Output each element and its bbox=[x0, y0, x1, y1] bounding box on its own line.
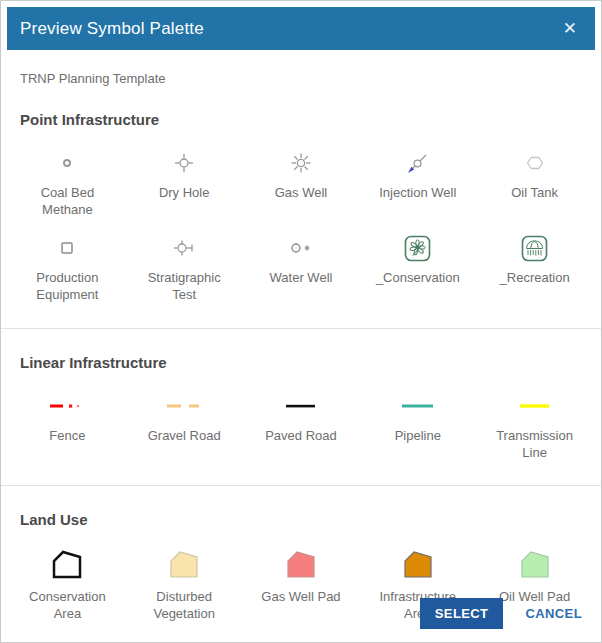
conservation-point-icon bbox=[404, 230, 431, 266]
palette-item-disturbed-vegetation: Disturbed Vegetation bbox=[126, 545, 243, 622]
palette-item-label: Coal Bed Methane bbox=[18, 184, 116, 218]
palette-item-label: Injection Well bbox=[379, 184, 456, 201]
palette-item-label: _Conservation bbox=[376, 269, 460, 286]
section-heading-linear-infrastructure: Linear Infrastructure bbox=[20, 354, 582, 371]
palette-item-dry-hole: Dry Hole bbox=[126, 145, 243, 218]
palette-item-label: Pipeline bbox=[395, 427, 441, 444]
paved-road-line-icon bbox=[286, 388, 316, 424]
linear-infrastructure-row: Fence Gravel Road Paved Road bbox=[1, 388, 601, 461]
transmission-line-icon bbox=[520, 388, 550, 424]
palette-item-label: Conservation Area bbox=[18, 588, 116, 622]
dialog-footer: SELECT CANCEL bbox=[420, 598, 584, 629]
section-divider bbox=[1, 485, 601, 486]
palette-item-label: Gravel Road bbox=[148, 427, 221, 444]
palette-item-gravel-road: Gravel Road bbox=[126, 388, 243, 461]
gas-well-icon bbox=[289, 145, 313, 181]
disturbed-vegetation-polygon-icon bbox=[167, 545, 201, 585]
dialog-titlebar: Preview Symbol Palette ✕ bbox=[7, 7, 595, 50]
palette-item-recreation-point: _Recreation bbox=[476, 230, 593, 303]
oil-well-pad-polygon-icon bbox=[518, 545, 552, 585]
dry-hole-icon bbox=[172, 145, 196, 181]
palette-item-stratigraphic-test: Stratigraphic Test bbox=[126, 230, 243, 303]
palette-item-label: Disturbed Vegetation bbox=[135, 588, 233, 622]
palette-item-oil-tank: Oil Tank bbox=[476, 145, 593, 218]
close-icon[interactable]: ✕ bbox=[559, 18, 581, 39]
palette-item-label: Water Well bbox=[270, 269, 333, 286]
point-infrastructure-row-2: Production Equipment Stratigraphic Test bbox=[1, 230, 601, 303]
gas-well-pad-polygon-icon bbox=[284, 545, 318, 585]
palette-item-paved-road: Paved Road bbox=[243, 388, 360, 461]
preview-symbol-palette-dialog: Preview Symbol Palette ✕ TRNP Planning T… bbox=[0, 0, 602, 643]
palette-item-label: Fence bbox=[49, 427, 85, 444]
production-equipment-icon bbox=[59, 230, 75, 266]
water-well-icon bbox=[289, 230, 313, 266]
select-button[interactable]: SELECT bbox=[420, 598, 504, 629]
palette-item-label: Stratigraphic Test bbox=[135, 269, 233, 303]
palette-item-label: Oil Tank bbox=[511, 184, 558, 201]
infrastructure-area-polygon-icon bbox=[401, 545, 435, 585]
injection-well-icon bbox=[404, 145, 432, 181]
template-name: TRNP Planning Template bbox=[20, 71, 582, 86]
palette-item-pipeline: Pipeline bbox=[359, 388, 476, 461]
section-heading-point-infrastructure: Point Infrastructure bbox=[20, 111, 582, 128]
palette-item-transmission-line: Transmission Line bbox=[476, 388, 593, 461]
palette-item-label: Transmission Line bbox=[486, 427, 584, 461]
section-divider bbox=[1, 328, 601, 329]
palette-item-label: Paved Road bbox=[265, 427, 337, 444]
palette-item-label: _Recreation bbox=[500, 269, 570, 286]
palette-item-label: Gas Well bbox=[275, 184, 328, 201]
palette-item-coal-bed-methane: Coal Bed Methane bbox=[9, 145, 126, 218]
stratigraphic-test-icon bbox=[171, 230, 197, 266]
palette-item-gas-well-pad: Gas Well Pad bbox=[243, 545, 360, 622]
pipeline-line-icon bbox=[402, 388, 434, 424]
fence-line-icon bbox=[50, 388, 84, 424]
palette-item-label: Production Equipment bbox=[18, 269, 116, 303]
point-infrastructure-row-1: Coal Bed Methane Dry Hole bbox=[1, 145, 601, 218]
conservation-area-polygon-icon bbox=[50, 545, 84, 585]
palette-item-fence: Fence bbox=[9, 388, 126, 461]
palette-item-label: Gas Well Pad bbox=[261, 588, 340, 605]
section-heading-land-use: Land Use bbox=[20, 511, 582, 528]
palette-item-gas-well: Gas Well bbox=[243, 145, 360, 218]
gravel-road-line-icon bbox=[167, 388, 201, 424]
palette-item-label: Dry Hole bbox=[159, 184, 210, 201]
recreation-point-icon bbox=[521, 230, 548, 266]
palette-item-production-equipment: Production Equipment bbox=[9, 230, 126, 303]
palette-item-conservation-area: Conservation Area bbox=[9, 545, 126, 622]
coal-bed-methane-icon bbox=[61, 145, 73, 181]
oil-tank-icon bbox=[525, 145, 545, 181]
dialog-title: Preview Symbol Palette bbox=[20, 19, 204, 39]
palette-item-water-well: Water Well bbox=[243, 230, 360, 303]
palette-item-conservation-point: _Conservation bbox=[359, 230, 476, 303]
cancel-button[interactable]: CANCEL bbox=[523, 600, 584, 627]
palette-item-injection-well: Injection Well bbox=[359, 145, 476, 218]
